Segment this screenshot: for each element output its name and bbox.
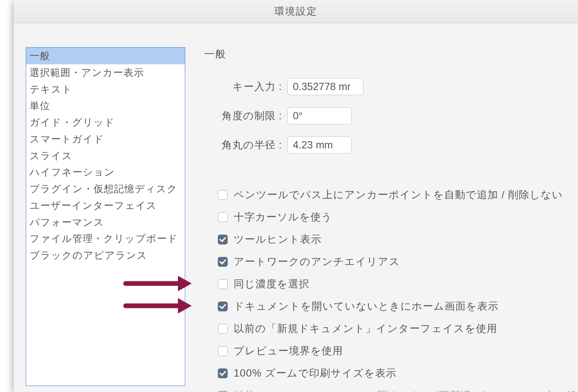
check-row-home-screen: ドキュメントを開いていないときにホーム画面を表示 (218, 299, 578, 313)
check-label-zoom-print: 100% ズームで印刷サイズを表示 (234, 366, 397, 380)
check-label-legacy-file: 以前のバージョンファイルを開くときに [更新済み] をファイル名に追 (234, 389, 578, 392)
corner-radius-label: 角丸の半径 : (214, 138, 282, 152)
sidebar-item-black-appearance[interactable]: ブラックのアピアランス (26, 247, 185, 264)
angle-limit-row: 角度の制限 : (214, 107, 578, 124)
check-row-zoom-print: 100% ズームで印刷サイズを表示 (218, 366, 578, 380)
check-row-cross-cursor: 十字カーソルを使う (218, 210, 578, 224)
sidebar-item-performance[interactable]: パフォーマンス (26, 214, 185, 231)
check-row-same-density: 同じ濃度を選択 (218, 277, 578, 291)
check-label-preview-bounds: プレビュー境界を使用 (234, 344, 343, 358)
window-titlebar: 環境設定 (14, 0, 578, 23)
preferences-window: 環境設定 一般 選択範囲・アンカー表示 テキスト 単位 ガイド・グリッド スマー… (14, 0, 578, 392)
corner-radius-field[interactable] (287, 136, 352, 154)
check-row-legacy-new-doc: 以前の「新規ドキュメント」インターフェイスを使用 (218, 322, 578, 335)
key-input-row: キー入力 : (214, 78, 578, 95)
check-label-antialias: アートワークのアンチエイリアス (234, 255, 400, 268)
check-row-preview-bounds: プレビュー境界を使用 (218, 344, 578, 358)
corner-radius-row: 角丸の半径 : (214, 136, 578, 154)
check-label-same-density: 同じ濃度を選択 (234, 277, 310, 291)
sidebar-item-smart-guides[interactable]: スマートガイド (26, 131, 185, 148)
check-row-tool-hints: ツールヒント表示 (218, 232, 578, 246)
checkbox-zoom-print[interactable] (218, 368, 228, 378)
sidebar-item-user-interface[interactable]: ユーザーインターフェイス (26, 197, 185, 214)
sidebar-item-guides-grid[interactable]: ガイド・グリッド (26, 114, 185, 131)
sidebar-item-hyphenation[interactable]: ハイフネーション (26, 164, 185, 181)
check-label-cross-cursor: 十字カーソルを使う (234, 210, 332, 224)
check-row-antialias: アートワークのアンチエイリアス (218, 255, 578, 268)
sidebar-item-slice[interactable]: スライス (26, 148, 185, 164)
sidebar-item-text[interactable]: テキスト (26, 81, 185, 98)
check-label-tool-hints: ツールヒント表示 (234, 232, 322, 246)
checkbox-antialias[interactable] (218, 257, 228, 267)
sidebar: 一般 選択範囲・アンカー表示 テキスト 単位 ガイド・グリッド スマートガイド … (26, 47, 185, 386)
angle-limit-field[interactable] (287, 107, 352, 124)
sidebar-item-units[interactable]: 単位 (26, 97, 185, 114)
checkbox-home-screen[interactable] (218, 302, 228, 311)
checkbox-legacy-file (218, 391, 228, 392)
key-input-field[interactable] (287, 78, 364, 95)
main-panel: 一般 キー入力 : 角度の制限 : 角丸の半径 : ペンツールでパス上にアンカー… (185, 47, 578, 392)
sidebar-item-selection-anchor[interactable]: 選択範囲・アンカー表示 (26, 64, 185, 81)
checkbox-cross-cursor[interactable] (218, 212, 228, 222)
checkbox-auto-anchor[interactable] (218, 190, 228, 200)
checkbox-tool-hints[interactable] (218, 235, 228, 244)
checkbox-preview-bounds[interactable] (218, 346, 228, 356)
check-label-home-screen: ドキュメントを開いていないときにホーム画面を表示 (234, 299, 499, 313)
sidebar-item-file-clipboard[interactable]: ファイル管理・クリップボード (26, 230, 185, 247)
sidebar-item-general[interactable]: 一般 (26, 48, 185, 64)
check-label-auto-anchor: ペンツールでパス上にアンカーポイントを自動で追加 / 削除しない (234, 188, 563, 202)
content-area: 一般 選択範囲・アンカー表示 テキスト 単位 ガイド・グリッド スマートガイド … (14, 23, 578, 392)
check-row-auto-anchor: ペンツールでパス上にアンカーポイントを自動で追加 / 削除しない (218, 188, 578, 202)
check-row-legacy-file: 以前のバージョンファイルを開くときに [更新済み] をファイル名に追 (218, 389, 578, 392)
window-title: 環境設定 (274, 5, 317, 18)
key-input-label: キー入力 : (214, 80, 282, 93)
angle-limit-label: 角度の制限 : (214, 109, 282, 123)
checkbox-legacy-new-doc[interactable] (218, 324, 228, 334)
checkbox-group: ペンツールでパス上にアンカーポイントを自動で追加 / 削除しない 十字カーソルを… (218, 188, 578, 392)
panel-heading: 一般 (204, 47, 578, 61)
sidebar-item-plugins-scratch[interactable]: プラグイン・仮想記憶ディスク (26, 181, 185, 197)
checkbox-same-density[interactable] (218, 279, 228, 289)
check-label-legacy-new-doc: 以前の「新規ドキュメント」インターフェイスを使用 (234, 322, 497, 335)
